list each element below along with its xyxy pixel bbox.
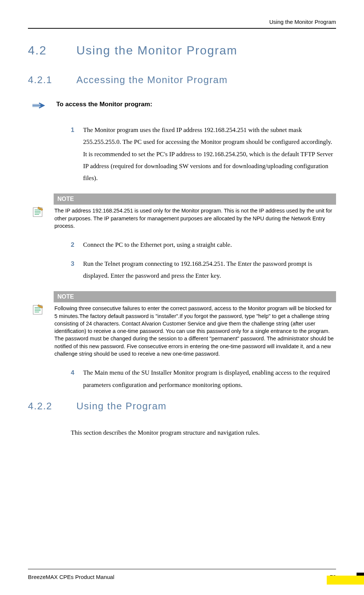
note-block-2: NOTE Following three consecutive failure… xyxy=(28,291,336,358)
procedure-list-cont: 2 Connect the PC to the Ethernet port, u… xyxy=(28,239,336,282)
section-heading-4-2: 4.2 Using the Monitor Program xyxy=(28,44,336,57)
subsection-title: Accessing the Monitor Program xyxy=(76,74,228,86)
note-label: NOTE xyxy=(54,193,336,205)
subsection-heading-4-2-1: 4.2.1 Accessing the Monitor Program xyxy=(28,74,336,86)
subsection-number: 4.2.2 xyxy=(28,400,61,412)
access-intro-row: To access the Monitor program: xyxy=(28,101,336,111)
step-1: 1 The Monitor program uses the fixed IP … xyxy=(71,124,336,184)
note-label: NOTE xyxy=(54,291,336,302)
step-2: 2 Connect the PC to the Ethernet port, u… xyxy=(71,239,336,251)
note-body: The IP address 192.168.254.251 is used o… xyxy=(54,205,336,230)
step-text: Connect the PC to the Ethernet port, usi… xyxy=(83,239,232,251)
section-number: 4.2 xyxy=(28,44,61,57)
step-number: 4 xyxy=(71,367,77,391)
step-text: The Main menu of the SU Installer Monito… xyxy=(83,367,336,391)
note-body: Following three consecutive failures to … xyxy=(54,302,336,358)
step-4: 4 The Main menu of the SU Installer Moni… xyxy=(71,367,336,391)
step-number: 1 xyxy=(71,124,77,184)
body-paragraph: This section describes the Monitor progr… xyxy=(28,427,336,439)
page-footer: BreezeMAX CPEs Product Manual 73 xyxy=(28,569,336,580)
step-3: 3 Run the Telnet program connecting to 1… xyxy=(71,258,336,282)
subsection-heading-4-2-2: 4.2.2 Using the Program xyxy=(28,400,336,412)
subsection-title: Using the Program xyxy=(76,400,167,412)
subsection-number: 4.2.1 xyxy=(28,74,61,86)
arrow-icon xyxy=(32,101,45,111)
note-content: NOTE Following three consecutive failure… xyxy=(54,291,336,358)
procedure-list-cont2: 4 The Main menu of the SU Installer Moni… xyxy=(28,367,336,391)
running-header: Using the Monitor Program xyxy=(28,19,336,29)
footer-accent-graphic xyxy=(327,576,364,585)
running-title: Using the Monitor Program xyxy=(269,19,336,25)
step-text: Run the Telnet program connecting to 192… xyxy=(83,258,336,282)
step-text: The Monitor program uses the fixed IP ad… xyxy=(83,124,336,184)
note-content: NOTE The IP address 192.168.254.251 is u… xyxy=(54,193,336,230)
section-title: Using the Monitor Program xyxy=(76,44,237,57)
footer-doc-title: BreezeMAX CPEs Product Manual xyxy=(28,574,114,580)
step-number: 3 xyxy=(71,258,77,282)
note-block-1: NOTE The IP address 192.168.254.251 is u… xyxy=(28,193,336,230)
procedure-list: 1 The Monitor program uses the fixed IP … xyxy=(28,124,336,184)
note-icon xyxy=(32,303,44,317)
note-icon xyxy=(32,205,44,220)
access-intro-text: To access the Monitor program: xyxy=(56,101,152,108)
step-number: 2 xyxy=(71,239,77,251)
